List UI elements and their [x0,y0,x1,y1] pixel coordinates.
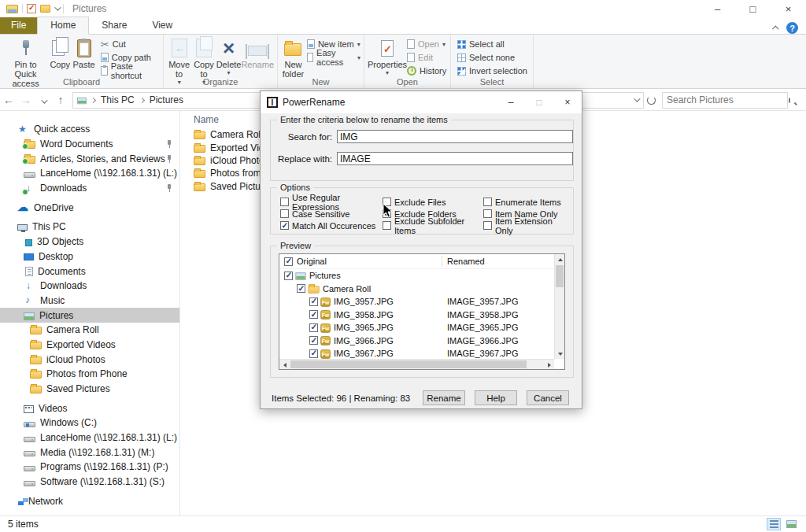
copy-button[interactable]: Copy [48,36,72,69]
preview-row[interactable]: IMG_3965.JPG IMAGE_3965.JPG [279,321,554,334]
recent-locations-icon[interactable] [35,94,52,106]
new-folder-shortcut-icon[interactable] [40,5,50,13]
sidebar-item[interactable]: 3D Objects [0,235,179,249]
checkbox[interactable] [280,198,289,206]
search-box[interactable] [662,92,788,109]
option-checkbox[interactable]: Case Sensitive [280,208,383,220]
sidebar-item[interactable]: Word Documents [0,137,179,152]
dialog-minimize-button[interactable]: – [497,91,525,113]
sidebar-item[interactable]: Downloads [0,181,179,196]
help-icon[interactable]: ? [786,22,798,34]
preview-header-row[interactable]: Original Renamed [279,254,554,269]
select-all-checkbox[interactable] [284,257,293,266]
up-button[interactable]: ↑ [52,94,69,106]
row-checkbox[interactable] [309,323,318,332]
minimize-button[interactable]: – [700,0,735,17]
maximize-button[interactable]: □ [735,0,771,17]
collapse-ribbon-icon[interactable] [772,25,778,31]
properties-shortcut-icon[interactable] [27,4,36,13]
renamed-column-header[interactable]: Renamed [447,257,485,266]
back-button[interactable]: ← [0,94,17,106]
tab-file[interactable]: File [0,17,37,34]
row-checkbox[interactable] [309,336,318,345]
option-checkbox[interactable]: Enumerate Items [483,196,570,208]
sidebar-item[interactable]: LanceHome (\\192.168.1.31) (L:) [0,430,179,445]
scroll-up-icon[interactable] [555,254,565,264]
row-checkbox[interactable] [309,310,318,319]
breadcrumb-pictures[interactable]: Pictures [148,94,185,105]
row-checkbox[interactable] [309,297,318,306]
preview-row[interactable]: Camera Roll [279,283,554,296]
checkbox[interactable] [383,221,391,230]
easy-access-button[interactable]: Easy access▾ [307,52,360,63]
tab-home[interactable]: Home [37,17,89,35]
sidebar-item[interactable]: Windows (C:) [0,416,179,430]
checkbox[interactable] [280,209,289,218]
dialog-close-button[interactable]: × [553,91,582,113]
preview-row[interactable]: Pictures [279,269,554,283]
qat-dropdown-icon[interactable] [54,4,61,10]
sidebar-item[interactable]: Software (\\192.168.1.31) (S:) [0,475,179,490]
checkbox[interactable] [280,221,289,230]
option-checkbox[interactable]: Match All Occurences [280,220,383,231]
preview-row[interactable]: IMG_3966.JPG IMAGE_3966.JPG [279,334,554,348]
row-checkbox[interactable] [284,272,293,280]
search-input[interactable] [667,94,789,105]
select-none-button[interactable]: Select none [457,52,527,63]
sidebar-item[interactable]: Saved Pictures [0,382,179,397]
vertical-scrollbar[interactable] [554,254,564,359]
option-checkbox[interactable]: Use Regular Expressions [280,196,383,208]
open-button[interactable]: Open▾ [407,39,446,50]
sidebar-item[interactable]: Downloads [0,279,179,294]
forward-button[interactable]: → [17,94,35,106]
help-button[interactable]: Help [475,390,517,405]
paste-shortcut-button[interactable]: Paste shortcut [101,65,160,76]
refresh-icon[interactable] [647,96,656,105]
sidebar-item[interactable]: Exported Videos [0,338,179,353]
invert-selection-button[interactable]: Invert selection [457,65,527,76]
scroll-right-icon[interactable] [544,360,554,370]
address-dropdown-icon[interactable] [634,95,640,102]
paste-button[interactable]: Paste [72,36,95,69]
dialog-title-bar[interactable]: I PowerRename – □ × [261,91,582,113]
sidebar-item[interactable]: iCloud Photos [0,352,179,367]
sidebar-item[interactable]: Music [0,294,179,308]
sidebar-item[interactable]: Desktop [0,249,179,264]
replace-with-input[interactable] [337,152,573,165]
scroll-down-icon[interactable] [555,349,565,359]
sidebar-item[interactable]: Media (\\192.168.1.31) (M:) [0,445,179,460]
sidebar-item[interactable]: Camera Roll [0,323,179,338]
preview-row[interactable]: IMG_3957.JPG IMAGE_3957.JPG [279,295,554,308]
option-checkbox[interactable]: Exclude Files [383,196,483,208]
breadcrumb-this-pc[interactable]: This PC [99,94,136,105]
thumbnails-view-button[interactable] [784,518,798,530]
cancel-button[interactable]: Cancel [527,390,569,405]
sidebar-item[interactable]: Pictures [0,308,179,323]
delete-button[interactable]: × Delete▾ [216,36,242,76]
cut-button[interactable]: ✂ Cut [101,39,160,50]
sidebar-item[interactable]: Programs (\\192.168.1.31) (P:) [0,460,179,475]
tab-share[interactable]: Share [89,17,139,34]
rename-button[interactable]: Rename [241,36,274,69]
sidebar-item[interactable]: OneDrive [0,200,179,215]
tab-view[interactable]: View [139,17,185,34]
sidebar-item[interactable]: Articles, Stories, and Reviews [0,151,179,166]
row-checkbox[interactable] [297,284,305,293]
preview-row[interactable]: IMG_3958.JPG IMAGE_3958.JPG [279,308,554,322]
properties-button[interactable]: Properties▾ [368,36,407,76]
original-column-header[interactable]: Original [297,257,327,266]
scroll-left-icon[interactable] [279,360,290,370]
sidebar-item[interactable]: Documents [0,264,179,279]
checkbox[interactable] [483,209,492,218]
sidebar-item[interactable]: LanceHome (\\192.168.1.31) (L:) [0,166,179,181]
details-view-button[interactable] [767,518,781,530]
edit-button[interactable]: Edit [407,52,446,63]
new-folder-button[interactable]: New folder [281,36,305,79]
checkbox[interactable] [483,221,492,230]
horizontal-scrollbar[interactable] [279,359,554,369]
preview-row[interactable]: IMG_3967.JPG IMAGE_3967.JPG [279,347,554,359]
checkbox[interactable] [483,198,492,206]
rename-confirm-button[interactable]: Rename [423,390,465,405]
sidebar-item[interactable]: Videos [0,401,179,416]
sidebar-item[interactable]: This PC [0,220,179,235]
